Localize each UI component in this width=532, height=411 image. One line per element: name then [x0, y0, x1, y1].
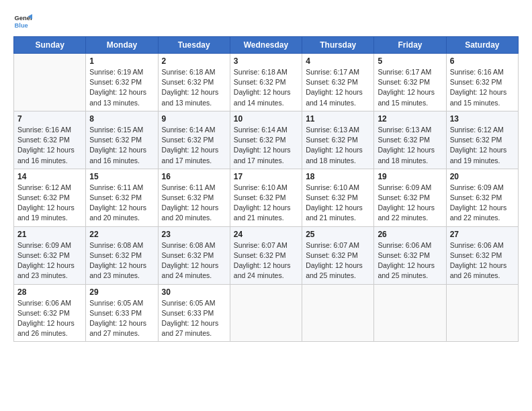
calendar-cell: 2Sunrise: 6:18 AM Sunset: 6:32 PM Daylig…: [158, 54, 230, 111]
day-number: 26: [378, 230, 442, 239]
calendar-week-row: 21Sunrise: 6:09 AM Sunset: 6:32 PM Dayli…: [14, 226, 519, 284]
calendar-cell: 20Sunrise: 6:09 AM Sunset: 6:32 PM Dayli…: [446, 169, 518, 226]
day-info: Sunrise: 6:09 AM Sunset: 6:32 PM Dayligh…: [17, 240, 82, 281]
header-wednesday: Wednesday: [230, 37, 302, 54]
day-info: Sunrise: 6:17 AM Sunset: 6:32 PM Dayligh…: [306, 67, 370, 108]
header-thursday: Thursday: [302, 37, 374, 54]
calendar-cell: 24Sunrise: 6:07 AM Sunset: 6:32 PM Dayli…: [230, 226, 302, 284]
day-number: 1: [89, 56, 154, 66]
header-friday: Friday: [374, 37, 446, 54]
calendar-week-row: 28Sunrise: 6:06 AM Sunset: 6:32 PM Dayli…: [14, 284, 519, 342]
day-number: 16: [162, 172, 226, 181]
header-sunday: Sunday: [14, 37, 86, 54]
day-number: 10: [234, 114, 298, 124]
day-info: Sunrise: 6:18 AM Sunset: 6:32 PM Dayligh…: [234, 67, 298, 108]
day-number: 11: [306, 114, 370, 124]
header-saturday: Saturday: [446, 37, 518, 54]
day-number: 21: [17, 230, 82, 239]
calendar-cell: [14, 54, 86, 111]
logo-icon: General Blue: [13, 12, 32, 31]
day-info: Sunrise: 6:08 AM Sunset: 6:32 PM Dayligh…: [162, 240, 226, 281]
calendar-cell: 4Sunrise: 6:17 AM Sunset: 6:32 PM Daylig…: [302, 54, 374, 111]
calendar-cell: 7Sunrise: 6:16 AM Sunset: 6:32 PM Daylig…: [14, 111, 86, 169]
day-info: Sunrise: 6:09 AM Sunset: 6:32 PM Dayligh…: [450, 183, 515, 224]
day-number: 19: [378, 172, 442, 181]
day-number: 23: [162, 230, 226, 239]
calendar-cell: 18Sunrise: 6:10 AM Sunset: 6:32 PM Dayli…: [302, 169, 374, 226]
day-info: Sunrise: 6:06 AM Sunset: 6:32 PM Dayligh…: [378, 240, 442, 281]
day-number: 28: [17, 287, 82, 297]
day-number: 12: [378, 114, 442, 124]
day-number: 6: [450, 56, 515, 66]
day-number: 14: [17, 172, 82, 181]
calendar-cell: 13Sunrise: 6:12 AM Sunset: 6:32 PM Dayli…: [446, 111, 518, 169]
day-number: 13: [450, 114, 515, 124]
calendar-week-row: 7Sunrise: 6:16 AM Sunset: 6:32 PM Daylig…: [14, 111, 519, 169]
day-info: Sunrise: 6:12 AM Sunset: 6:32 PM Dayligh…: [17, 183, 82, 224]
calendar-cell: 26Sunrise: 6:06 AM Sunset: 6:32 PM Dayli…: [374, 226, 446, 284]
day-info: Sunrise: 6:16 AM Sunset: 6:32 PM Dayligh…: [17, 125, 82, 166]
header-tuesday: Tuesday: [158, 37, 230, 54]
day-number: 5: [378, 56, 442, 66]
calendar-cell: 6Sunrise: 6:16 AM Sunset: 6:32 PM Daylig…: [446, 54, 518, 111]
day-info: Sunrise: 6:18 AM Sunset: 6:32 PM Dayligh…: [162, 67, 226, 108]
calendar-cell: 10Sunrise: 6:14 AM Sunset: 6:32 PM Dayli…: [230, 111, 302, 169]
day-info: Sunrise: 6:19 AM Sunset: 6:32 PM Dayligh…: [89, 67, 154, 108]
day-info: Sunrise: 6:15 AM Sunset: 6:32 PM Dayligh…: [89, 125, 154, 166]
calendar-cell: 30Sunrise: 6:05 AM Sunset: 6:33 PM Dayli…: [158, 284, 230, 342]
day-info: Sunrise: 6:13 AM Sunset: 6:32 PM Dayligh…: [306, 125, 370, 166]
day-number: 8: [89, 114, 154, 124]
day-info: Sunrise: 6:11 AM Sunset: 6:32 PM Dayligh…: [89, 183, 154, 224]
calendar-cell: 17Sunrise: 6:10 AM Sunset: 6:32 PM Dayli…: [230, 169, 302, 226]
calendar-cell: [230, 284, 302, 342]
calendar-cell: 23Sunrise: 6:08 AM Sunset: 6:32 PM Dayli…: [158, 226, 230, 284]
day-info: Sunrise: 6:06 AM Sunset: 6:32 PM Dayligh…: [450, 240, 515, 281]
calendar-cell: 19Sunrise: 6:09 AM Sunset: 6:32 PM Dayli…: [374, 169, 446, 226]
calendar-cell: 14Sunrise: 6:12 AM Sunset: 6:32 PM Dayli…: [14, 169, 86, 226]
day-info: Sunrise: 6:11 AM Sunset: 6:32 PM Dayligh…: [162, 183, 226, 224]
day-number: 17: [234, 172, 298, 181]
day-info: Sunrise: 6:09 AM Sunset: 6:32 PM Dayligh…: [378, 183, 442, 224]
calendar-cell: 27Sunrise: 6:06 AM Sunset: 6:32 PM Dayli…: [446, 226, 518, 284]
calendar-cell: 5Sunrise: 6:17 AM Sunset: 6:32 PM Daylig…: [374, 54, 446, 111]
day-number: 9: [162, 114, 226, 124]
day-number: 27: [450, 230, 515, 239]
calendar-cell: 21Sunrise: 6:09 AM Sunset: 6:32 PM Dayli…: [14, 226, 86, 284]
calendar-cell: 9Sunrise: 6:14 AM Sunset: 6:32 PM Daylig…: [158, 111, 230, 169]
calendar-cell: 16Sunrise: 6:11 AM Sunset: 6:32 PM Dayli…: [158, 169, 230, 226]
day-number: 30: [162, 287, 226, 297]
calendar-cell: 3Sunrise: 6:18 AM Sunset: 6:32 PM Daylig…: [230, 54, 302, 111]
day-info: Sunrise: 6:12 AM Sunset: 6:32 PM Dayligh…: [450, 125, 515, 166]
calendar-cell: [302, 284, 374, 342]
day-info: Sunrise: 6:07 AM Sunset: 6:32 PM Dayligh…: [306, 240, 370, 281]
day-info: Sunrise: 6:13 AM Sunset: 6:32 PM Dayligh…: [378, 125, 442, 166]
calendar-cell: 12Sunrise: 6:13 AM Sunset: 6:32 PM Dayli…: [374, 111, 446, 169]
calendar-page: General Blue Sunday Monday Tuesday Wedne…: [0, 0, 532, 411]
day-info: Sunrise: 6:17 AM Sunset: 6:32 PM Dayligh…: [378, 67, 442, 108]
calendar-table: Sunday Monday Tuesday Wednesday Thursday…: [13, 36, 519, 342]
day-info: Sunrise: 6:06 AM Sunset: 6:32 PM Dayligh…: [17, 298, 82, 339]
calendar-cell: 8Sunrise: 6:15 AM Sunset: 6:32 PM Daylig…: [86, 111, 158, 169]
day-number: 20: [450, 172, 515, 181]
day-number: 2: [162, 56, 226, 66]
day-info: Sunrise: 6:16 AM Sunset: 6:32 PM Dayligh…: [450, 67, 515, 108]
svg-text:Blue: Blue: [15, 22, 28, 29]
day-info: Sunrise: 6:10 AM Sunset: 6:32 PM Dayligh…: [306, 183, 370, 224]
day-info: Sunrise: 6:10 AM Sunset: 6:32 PM Dayligh…: [234, 183, 298, 224]
day-number: 7: [17, 114, 82, 124]
day-number: 29: [89, 287, 154, 297]
day-number: 4: [306, 56, 370, 66]
calendar-cell: [446, 284, 518, 342]
calendar-cell: [374, 284, 446, 342]
day-info: Sunrise: 6:07 AM Sunset: 6:32 PM Dayligh…: [234, 240, 298, 281]
day-info: Sunrise: 6:05 AM Sunset: 6:33 PM Dayligh…: [89, 298, 154, 339]
calendar-cell: 1Sunrise: 6:19 AM Sunset: 6:32 PM Daylig…: [86, 54, 158, 111]
day-info: Sunrise: 6:05 AM Sunset: 6:33 PM Dayligh…: [162, 298, 226, 339]
calendar-cell: 11Sunrise: 6:13 AM Sunset: 6:32 PM Dayli…: [302, 111, 374, 169]
day-number: 24: [234, 230, 298, 239]
calendar-cell: 15Sunrise: 6:11 AM Sunset: 6:32 PM Dayli…: [86, 169, 158, 226]
day-number: 3: [234, 56, 298, 66]
calendar-week-row: 14Sunrise: 6:12 AM Sunset: 6:32 PM Dayli…: [14, 169, 519, 226]
day-number: 25: [306, 230, 370, 239]
header-row: General Blue: [13, 12, 519, 31]
